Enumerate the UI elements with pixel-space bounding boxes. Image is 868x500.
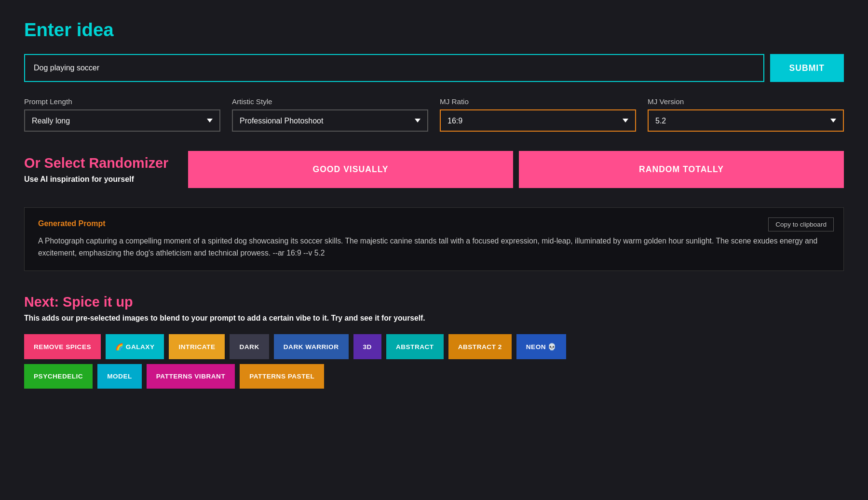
mj-ratio-group: MJ Ratio 16:9 1:1 4:3 9:16	[440, 97, 636, 132]
prompt-length-label: Prompt Length	[24, 97, 220, 106]
spice-buttons-row-1: REMOVE SPICES 🌈 GALAXY INTRICATE DARK DA…	[24, 334, 844, 359]
randomizer-title: Or Select Randomizer	[24, 155, 169, 171]
spice-btn-patterns-vibrant[interactable]: PATTERNS VIBRANT	[147, 364, 235, 389]
mj-version-label: MJ Version	[648, 97, 844, 106]
idea-input[interactable]	[24, 54, 764, 82]
artistic-style-select[interactable]: Professional Photoshoot Digital Art Oil …	[232, 109, 428, 132]
spice-btn-model[interactable]: MODEL	[97, 364, 142, 389]
dropdowns-row: Prompt Length Really long Long Medium Sh…	[24, 97, 844, 132]
generated-prompt-text: A Photograph capturing a compelling mome…	[38, 235, 830, 259]
mj-ratio-select[interactable]: 16:9 1:1 4:3 9:16	[440, 109, 636, 132]
spice-btn-3d[interactable]: 3D	[353, 334, 381, 359]
spice-btn-patterns-pastel[interactable]: PATTERNS PASTEL	[240, 364, 324, 389]
artistic-style-group: Artistic Style Professional Photoshoot D…	[232, 97, 428, 132]
idea-input-row: SUBMIT	[24, 54, 844, 82]
spice-title: Next: Spice it up	[24, 294, 844, 310]
spice-btn-neon[interactable]: NEON 💀	[516, 334, 566, 359]
mj-version-select[interactable]: 5.2 4 5 5.1 6	[648, 109, 844, 132]
generated-prompt-section: Generated Prompt Copy to clipboard A Pho…	[24, 207, 844, 271]
spice-btn-dark[interactable]: DARK	[230, 334, 269, 359]
randomizer-title-highlight: Select Randomizer	[44, 155, 169, 171]
prompt-length-select[interactable]: Really long Long Medium Short	[24, 109, 220, 132]
page-title: Enter idea	[24, 19, 844, 41]
spice-section: Next: Spice it up This adds our pre-sele…	[24, 294, 844, 389]
prompt-length-group: Prompt Length Really long Long Medium Sh…	[24, 97, 220, 132]
random-totally-button[interactable]: RANDOM TOTALLY	[519, 151, 844, 188]
spice-btn-remove-spices[interactable]: REMOVE SPICES	[24, 334, 101, 359]
copy-to-clipboard-button[interactable]: Copy to clipboard	[768, 217, 834, 231]
generated-prompt-title: Generated Prompt	[38, 219, 830, 228]
mj-version-group: MJ Version 5.2 4 5 5.1 6	[648, 97, 844, 132]
spice-btn-dark-warrior[interactable]: DARK WARRIOR	[274, 334, 349, 359]
spice-btn-psychedelic[interactable]: PSYCHEDELIC	[24, 364, 93, 389]
spice-btn-abstract2[interactable]: ABSTRACT 2	[448, 334, 512, 359]
submit-button[interactable]: SUBMIT	[770, 54, 844, 82]
spice-subtitle: This adds our pre-selected images to ble…	[24, 314, 844, 323]
randomizer-section: Or Select Randomizer Use AI inspiration …	[24, 151, 844, 188]
spice-title-highlight: Spice it up	[63, 294, 133, 310]
spice-btn-intricate[interactable]: INTRICATE	[169, 334, 225, 359]
spice-buttons-row-2: PSYCHEDELIC MODEL PATTERNS VIBRANT PATTE…	[24, 364, 844, 389]
randomizer-title-prefix: Or	[24, 155, 44, 171]
good-visually-button[interactable]: GOOD VISUALLY	[188, 151, 513, 188]
spice-btn-galaxy[interactable]: 🌈 GALAXY	[106, 334, 164, 359]
spice-title-prefix: Next:	[24, 294, 63, 310]
randomizer-left: Or Select Randomizer Use AI inspiration …	[24, 155, 169, 184]
artistic-style-label: Artistic Style	[232, 97, 428, 106]
spice-btn-abstract[interactable]: ABSTRACT	[386, 334, 444, 359]
randomizer-buttons: GOOD VISUALLY RANDOM TOTALLY	[188, 151, 844, 188]
randomizer-subtitle: Use AI inspiration for yourself	[24, 175, 169, 184]
mj-ratio-label: MJ Ratio	[440, 97, 636, 106]
